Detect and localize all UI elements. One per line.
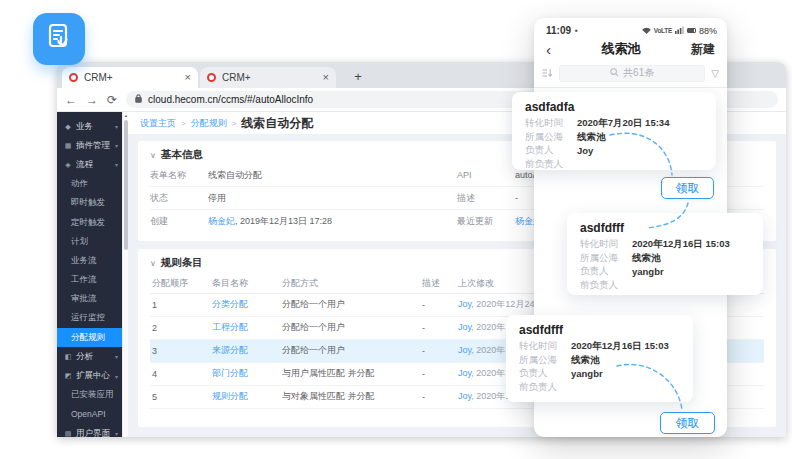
chevron-down-icon: ▾ [115, 430, 118, 437]
lead-field-value: 线索池 [577, 131, 606, 144]
chevron-down-icon: ▾ [115, 373, 118, 380]
claim-button[interactable]: 领取 [661, 177, 714, 199]
sort-icon[interactable] [542, 64, 553, 82]
col-method: 分配方式 [280, 274, 420, 293]
lead-field-value: 2020年12月16日 15:03 [632, 238, 730, 251]
sidebar-item-label: 即时触发 [71, 197, 105, 209]
sidebar-item-analysis[interactable]: ◧ 分析 ▾ [57, 347, 122, 366]
sidebar-item-label: 扩展中心 [76, 370, 110, 382]
rule-link[interactable]: 部门分配 [212, 368, 248, 378]
sidebar-item-run-monitor[interactable]: 运行监控 [57, 309, 122, 328]
lead-card[interactable]: asdfdfff 转化时间2020年12月16日 15:03 所属公海线索池 负… [506, 315, 693, 402]
lead-field-label: 所属公海 [519, 354, 571, 367]
plugin-icon: ▦ [64, 142, 72, 150]
rule-link[interactable]: 规则分配 [212, 391, 248, 401]
col-order: 分配顺序 [150, 274, 210, 293]
field-created: 创建 杨金妃, 2019年12月13日 17:28 [150, 210, 457, 233]
back-icon[interactable]: ← [65, 94, 77, 106]
modifier-link[interactable]: Joy [458, 391, 471, 401]
close-tab-icon[interactable]: × [323, 72, 329, 83]
crm-app-logo [33, 13, 85, 65]
field-form-name: 表单名称 线索自动分配 [150, 164, 457, 187]
sidebar-item-actions[interactable]: 动作 [57, 175, 122, 194]
cell-desc: - [420, 316, 456, 339]
rule-link[interactable]: 来源分配 [212, 345, 248, 355]
lead-field-label: 前负责人 [519, 381, 571, 394]
phone-search-row: 共61条 ▽ [534, 63, 727, 83]
refresh-icon[interactable]: ⟳ [107, 94, 117, 106]
sidebar-item-plugins[interactable]: ▦ 插件管理 ▾ [57, 136, 122, 155]
field-label: 最近更新 [457, 215, 515, 228]
cell-method: 与对象属性匹配 并分配 [280, 385, 420, 408]
sidebar-item-allocation-rules[interactable]: 分配规则 [57, 328, 122, 347]
sidebar-item-timed-trigger[interactable]: 定时触发 [57, 213, 122, 232]
breadcrumb-sep-icon: > [232, 119, 237, 128]
search-input[interactable]: 共61条 [559, 65, 705, 82]
close-tab-icon[interactable]: × [185, 72, 191, 83]
browser-tab-active[interactable]: CRM+ × [62, 67, 198, 88]
sidebar-item-label: 分配规则 [71, 332, 105, 344]
new-tab-button[interactable]: + [349, 68, 367, 86]
sidebar-item-label: 定时触发 [71, 217, 105, 229]
sidebar-item-business-flow[interactable]: 业务流 [57, 251, 122, 270]
cell-order: 1 [150, 293, 210, 316]
sidebar-item-installed-apps[interactable]: 已安装应用 [57, 386, 122, 405]
browser-tab-inactive[interactable]: CRM+ × [200, 67, 336, 88]
create-new-button[interactable]: 新建 [691, 41, 715, 58]
business-icon: ◆ [64, 123, 72, 131]
col-desc: 描述 [420, 274, 456, 293]
sidebar-item-label: 插件管理 [76, 140, 110, 152]
sidebar-item-label: OpenAPI [71, 409, 106, 419]
filter-icon[interactable]: ▽ [711, 68, 719, 79]
claim-button[interactable]: 领取 [660, 412, 715, 434]
sidebar-item-workflow[interactable]: 工作流 [57, 271, 122, 290]
collapse-caret-icon[interactable]: ∨ [150, 151, 156, 160]
sidebar-item-process[interactable]: ◈ 流程 ▾ [57, 155, 122, 174]
screenshot-icon: ▪ [575, 26, 578, 35]
sidebar-item-openapi[interactable]: OpenAPI [57, 405, 122, 424]
section-title: 规则条目 [161, 256, 203, 270]
sidebar-item-business[interactable]: ◆ 业务 ▾ [57, 117, 122, 136]
flow-icon: ◈ [64, 161, 72, 169]
collapse-caret-icon[interactable]: ∨ [150, 259, 156, 268]
lead-field-value: Joy [577, 145, 593, 156]
sidebar-item-user-interface[interactable]: ▤ 用户界面 ▾ [57, 424, 122, 437]
field-status: 状态 停用 [150, 187, 457, 210]
lead-field-value: 线索池 [571, 354, 600, 367]
forward-icon[interactable]: → [86, 94, 98, 106]
search-count-text: 共61条 [623, 66, 654, 80]
volte-icon: VoLTE [654, 27, 672, 34]
section-title: 基本信息 [161, 148, 203, 162]
lead-field-label: 前负责人 [580, 279, 632, 292]
crm-favicon-icon [69, 73, 78, 82]
phone-nav-bar: ‹ 线索池 新建 [534, 37, 727, 61]
lead-field-label: 转化时间 [580, 238, 632, 251]
creator-link[interactable]: 杨金妃 [208, 216, 235, 226]
lead-field-value: yangbr [632, 266, 664, 277]
field-label: 创建 [150, 215, 208, 228]
sidebar-item-label: 流程 [76, 159, 93, 171]
lead-field-label: 前负责人 [525, 158, 577, 171]
sidebar-item-label: 计划 [71, 236, 88, 248]
field-value: - [515, 193, 518, 203]
lead-card[interactable]: asdfadfa 转化时间2020年7月20日 15:34 所属公海线索池 负责… [512, 92, 716, 170]
rule-link[interactable]: 分类分配 [212, 299, 248, 309]
sidebar-item-instant-trigger[interactable]: 即时触发 [57, 194, 122, 213]
battery-percent: 88% [699, 26, 717, 36]
modifier-link[interactable]: Joy [458, 322, 471, 332]
sidebar-item-extension-center[interactable]: ◩ 扩展中心 ▾ [57, 366, 122, 385]
crm-favicon-icon [207, 73, 216, 82]
breadcrumb-home-link[interactable]: 设置主页 [140, 117, 176, 130]
phone-page-title: 线索池 [551, 40, 691, 58]
rule-link[interactable]: 工程分配 [212, 322, 248, 332]
lead-field-label: 所属公海 [525, 131, 577, 144]
modifier-link[interactable]: Joy [458, 345, 471, 355]
divider [534, 87, 727, 88]
lead-card[interactable]: asdfdfff 转化时间2020年12月16日 15:03 所属公海线索池 负… [567, 213, 763, 295]
sidebar-item-plan[interactable]: 计划 [57, 232, 122, 251]
modifier-link[interactable]: Joy [458, 299, 471, 309]
sidebar-item-approval-flow[interactable]: 审批流 [57, 290, 122, 309]
modifier-link[interactable]: Joy [458, 368, 471, 378]
breadcrumb-section-link[interactable]: 分配规则 [191, 117, 227, 130]
chevron-down-icon: ▾ [115, 353, 118, 360]
